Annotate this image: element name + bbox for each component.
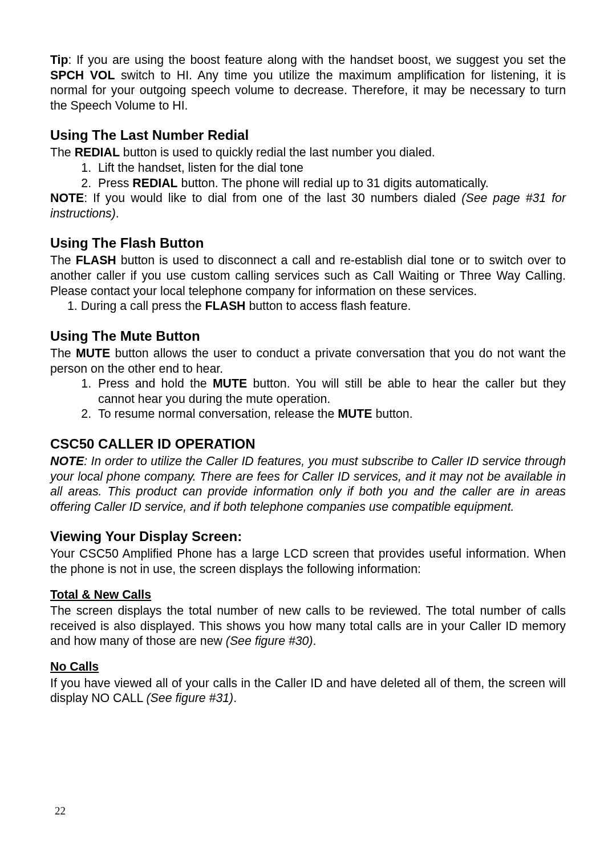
redial-li2: Press REDIAL button. The phone will redi… — [95, 176, 566, 191]
redial-note: NOTE: If you would like to dial from one… — [50, 191, 566, 221]
redial-p-pre: The — [50, 146, 75, 159]
mute-p-post: button allows the user to conduct a priv… — [50, 346, 566, 376]
mute-li1-bold: MUTE — [213, 377, 247, 390]
redial-note-label: NOTE — [50, 191, 84, 205]
cid-note: NOTE: In order to utilize the Caller ID … — [50, 454, 566, 514]
redial-li1: Lift the handset, listen for the dial to… — [95, 160, 566, 176]
mute-li2-pre: To resume normal conversation, release t… — [98, 407, 338, 421]
redial-note-text: : If you would like to dial from one of … — [84, 191, 461, 205]
subheading-nocalls: No Calls — [50, 659, 566, 675]
tip-paragraph: Tip: If you are using the boost feature … — [50, 53, 566, 113]
nocalls-p-end: . — [233, 691, 237, 705]
redial-li2-pre: Press — [98, 176, 132, 190]
flash-p-pre: The — [50, 253, 76, 267]
flash-p-bold: FLASH — [76, 253, 116, 267]
heading-cid: CSC50 CALLER ID OPERATION — [50, 435, 566, 453]
tip-label: Tip — [50, 53, 68, 67]
subheading-totalnew: Total & New Calls — [50, 587, 566, 603]
redial-list: Lift the handset, listen for the dial to… — [50, 160, 566, 191]
flash-li1-bold: FLASH — [205, 299, 245, 313]
view-paragraph: Your CSC50 Amplified Phone has a large L… — [50, 546, 566, 576]
heading-flash: Using The Flash Button — [50, 235, 566, 252]
mute-li2: To resume normal conversation, release t… — [95, 406, 566, 422]
tip-text-pre: : If you are using the boost feature alo… — [68, 53, 566, 67]
spch-vol-label: SPCH VOL — [50, 68, 115, 82]
mute-li1-pre: Press and hold the — [98, 377, 213, 390]
totalnew-paragraph: The screen displays the total number of … — [50, 603, 566, 649]
mute-li2-post: button. — [372, 407, 413, 421]
redial-p-post: button is used to quickly redial the las… — [120, 146, 435, 159]
heading-redial: Using The Last Number Redial — [50, 127, 566, 144]
heading-view: Viewing Your Display Screen: — [50, 528, 566, 545]
redial-li2-bold: REDIAL — [132, 176, 177, 190]
nocalls-paragraph: If you have viewed all of your calls in … — [50, 676, 566, 706]
flash-paragraph: The FLASH button is used to disconnect a… — [50, 253, 566, 299]
flash-li1-pre: 1. During a call press the — [67, 299, 205, 313]
redial-note-end: . — [116, 207, 119, 220]
flash-p-post: button is used to disconnect a call and … — [50, 253, 566, 297]
totalnew-p-italic: (See figure #30) — [226, 634, 313, 648]
mute-li2-bold: MUTE — [338, 407, 372, 421]
redial-li2-post: button. The phone will redial up to 31 d… — [178, 176, 489, 190]
mute-li1: Press and hold the MUTE button. You will… — [95, 376, 566, 406]
mute-p-bold: MUTE — [76, 346, 110, 360]
page-number: 22 — [55, 804, 66, 818]
mute-p-pre: The — [50, 346, 76, 360]
cid-note-text: : In order to utilize the Caller ID feat… — [50, 454, 566, 514]
tip-text-post: switch to HI. Any time you utilize the m… — [50, 68, 566, 112]
cid-note-label: NOTE — [50, 454, 84, 468]
nocalls-p-italic: (See figure #31) — [146, 691, 233, 705]
nocalls-p-text: If you have viewed all of your calls in … — [50, 676, 566, 705]
flash-li1: 1. During a call press the FLASH button … — [50, 299, 566, 314]
flash-li1-post: button to access flash feature. — [245, 299, 411, 313]
totalnew-p-end: . — [313, 634, 317, 648]
mute-paragraph: The MUTE button allows the user to condu… — [50, 346, 566, 376]
mute-list: Press and hold the MUTE button. You will… — [50, 376, 566, 422]
redial-paragraph: The REDIAL button is used to quickly red… — [50, 145, 566, 160]
heading-mute: Using The Mute Button — [50, 328, 566, 345]
redial-p-bold: REDIAL — [75, 146, 120, 159]
